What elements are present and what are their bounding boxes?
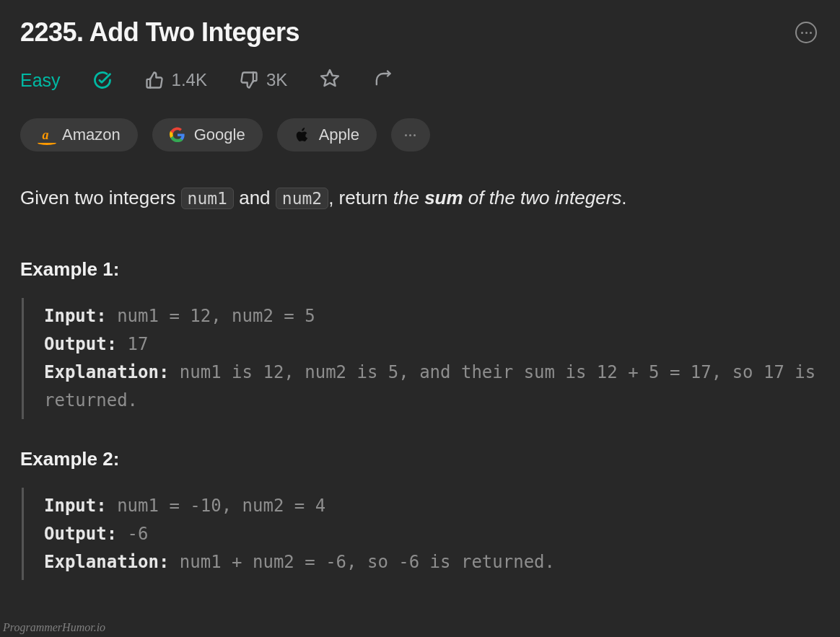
explanation-value: num1 + num2 = -6, so -6 is returned. [169,552,555,572]
description-text: sum [424,187,463,208]
company-tags-row: a Amazon Google Apple [20,118,820,151]
company-label: Google [194,126,245,144]
output-label: Output: [44,524,117,544]
example-block: Input: num1 = 12, num2 = 5 Output: 17 Ex… [22,298,820,419]
output-label: Output: [44,334,117,354]
example-1: Example 1: Input: num1 = 12, num2 = 5 Ou… [20,258,820,419]
company-tag-apple[interactable]: Apple [277,118,377,151]
thumbs-up-icon [144,70,165,90]
company-tag-amazon[interactable]: a Amazon [20,118,138,151]
dislike-count: 3K [266,70,287,90]
share-icon [372,69,393,89]
company-label: Amazon [62,126,121,144]
description-text: , return [328,187,393,208]
explanation-label: Explanation: [44,552,169,572]
more-companies-button[interactable] [391,118,430,151]
difficulty-label: Easy [20,70,61,91]
thumbs-down-icon [239,70,259,90]
amazon-icon: a [38,127,53,143]
company-label: Apple [319,126,359,144]
solved-check-icon [92,70,113,90]
apple-icon [294,127,310,143]
description-text: of the two integers [463,187,622,208]
description-text: . [621,187,626,208]
inline-code: num2 [276,188,328,209]
description-text: and [234,187,276,208]
favorite-button[interactable] [319,68,341,92]
ellipsis-icon [801,32,812,34]
example-heading: Example 1: [20,258,820,281]
example-heading: Example 2: [20,448,820,470]
ellipsis-icon [405,134,416,136]
title-row: 2235. Add Two Integers [20,17,820,48]
inline-code: num1 [181,188,234,209]
problem-description: Given two integers num1 and num2, return… [20,183,820,212]
output-value: -6 [117,524,148,544]
like-button[interactable]: 1.4K [144,70,207,90]
description-text: Given two integers [20,187,181,208]
star-icon [319,68,341,89]
example-block: Input: num1 = -10, num2 = 4 Output: -6 E… [22,488,820,581]
example-2: Example 2: Input: num1 = -10, num2 = 4 O… [20,448,820,581]
problem-container: 2235. Add Two Integers Easy 1.4K [0,0,840,580]
output-value: 17 [117,334,148,354]
more-menu-button[interactable] [795,22,817,43]
input-value: num1 = 12, num2 = 5 [107,306,315,326]
problem-title: 2235. Add Two Integers [20,17,299,48]
input-label: Input: [44,496,107,516]
meta-row: Easy 1.4K [20,68,820,92]
input-label: Input: [44,306,107,326]
google-icon [170,127,185,143]
like-count: 1.4K [172,70,207,90]
dislike-button[interactable]: 3K [239,70,287,90]
watermark: ProgrammerHumor.io [3,621,105,634]
company-tag-google[interactable]: Google [152,118,263,151]
explanation-label: Explanation: [44,362,169,382]
share-button[interactable] [372,69,393,92]
description-text: the [393,187,424,208]
input-value: num1 = -10, num2 = 4 [107,496,325,516]
